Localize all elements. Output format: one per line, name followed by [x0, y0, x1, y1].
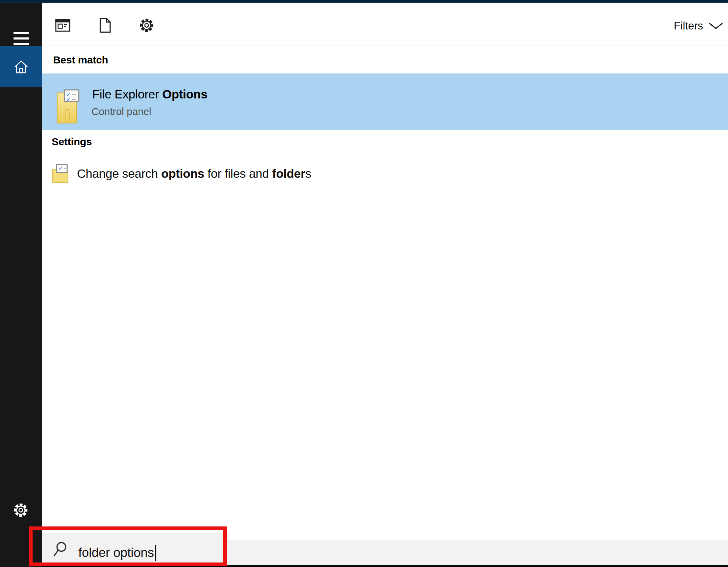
sidebar: [0, 3, 42, 567]
home-icon: [14, 60, 28, 74]
check-icon: ✓: [66, 96, 71, 103]
top-window-edge: [0, 0, 728, 3]
section-header-settings: Settings: [52, 136, 92, 148]
hamburger-bar: [14, 37, 29, 40]
filters-label: Filters: [674, 20, 703, 32]
filter-apps-button[interactable]: [54, 17, 71, 34]
title-bold: Options: [162, 87, 207, 101]
panel-dash: [72, 94, 76, 95]
folder-options-panel-overlay: ✓ ✓: [64, 89, 79, 102]
filters-dropdown[interactable]: Filters: [674, 19, 723, 33]
filter-documents-button[interactable]: [96, 17, 114, 34]
taskbar-edge: [42, 565, 728, 567]
apps-window-icon: [55, 18, 70, 32]
text-cursor: [155, 545, 156, 561]
hamburger-bar: [14, 32, 29, 34]
title-regular: File Explorer: [92, 87, 162, 101]
document-icon: [98, 18, 112, 33]
settings-result-text: Change search options for files and fold…: [77, 166, 311, 182]
gear-icon: [139, 17, 155, 33]
chevron-down-icon: [709, 23, 723, 29]
sidebar-item-settings[interactable]: [12, 501, 30, 519]
panel-checklist-row: ✓: [66, 96, 76, 103]
check-icon: ✓: [59, 166, 62, 171]
section-header-best-match: Best match: [53, 54, 108, 66]
sidebar-item-home[interactable]: [0, 46, 42, 87]
filter-settings-button[interactable]: [138, 17, 155, 34]
panel-dash: [72, 99, 76, 100]
best-match-subtitle: Control panel: [92, 105, 151, 118]
panel-dash: [64, 168, 66, 169]
search-query: folder options: [78, 543, 156, 563]
best-match-title: File Explorer Options: [92, 87, 207, 102]
topbar-divider: [42, 45, 728, 45]
search-query-text: folder options: [78, 546, 154, 560]
search-options-panel-overlay: ✓: [56, 164, 68, 173]
start-search-pane: Filters Best match ✓ ✓ File Explorer Opt…: [0, 0, 728, 567]
gear-icon: [13, 502, 29, 518]
hamburger-bar: [14, 43, 29, 45]
hamburger-menu-button[interactable]: [12, 31, 30, 46]
search-magnifier-icon: [52, 541, 68, 558]
panel-checklist-row: ✓: [59, 166, 66, 171]
